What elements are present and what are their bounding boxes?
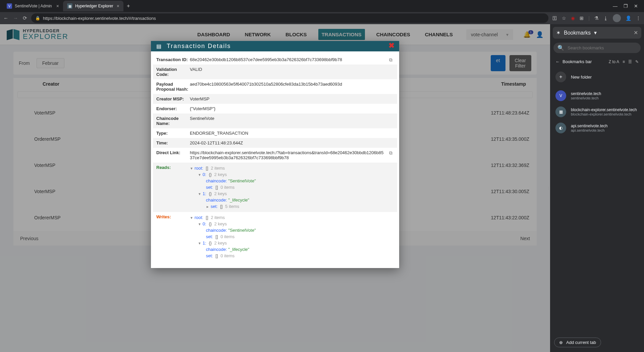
label-payload: Payload Proposal Hash: [156, 82, 190, 92]
tab-bar: V SentinelVote | Admin × ▦ Hyperledger E… [0, 0, 644, 12]
tree-toggle[interactable]: ► [206, 205, 209, 209]
bookmarks-panel: ✶ Bookmarks ▾ ✕ 🔍 ← Bookmarks bar Z to A… [550, 24, 644, 352]
star-icon[interactable]: ☆ [562, 15, 566, 21]
key-icon[interactable]: ⚿ [552, 15, 557, 21]
add-current-tab-button[interactable]: ⊕ Add current tab [554, 338, 601, 347]
url-bar-row: ← → ⟳ 🔒 https://blockchain-explorer.sent… [0, 12, 644, 24]
favicon-icon: V [7, 3, 12, 9]
tree-toggle[interactable]: ▼ [198, 192, 201, 196]
label-time: Time: [156, 140, 190, 145]
browser-tab-0[interactable]: V SentinelVote | Admin × [3, 1, 63, 11]
tree-toggle[interactable]: ▼ [198, 241, 201, 245]
bookmarks-icon: ✶ [556, 30, 560, 36]
bookmark-favicon-icon: ◐ [555, 123, 566, 133]
plus-circle-icon: ⊕ [559, 340, 563, 345]
bookmark-item[interactable]: ▦blockchain-explorer.sentinelvote.techbl… [553, 104, 641, 120]
value-creator: VoterMSP [190, 96, 394, 101]
close-modal-button[interactable]: ✖ [388, 41, 395, 50]
label-chaincode: Chaincode Name: [156, 116, 190, 126]
label-creator: Creator MSP: [156, 96, 190, 101]
label-endorser: Endorser: [156, 106, 190, 111]
back-icon[interactable]: ← [3, 15, 8, 21]
bookmark-search-input[interactable] [568, 45, 637, 50]
favicon-icon: ▦ [67, 3, 72, 9]
bookmark-favicon-icon: V [555, 90, 566, 101]
tree-toggle[interactable]: ▼ [190, 167, 193, 170]
bookmark-search[interactable]: 🔍 [553, 43, 641, 53]
search-icon: 🔍 [557, 45, 564, 51]
modal-title: Transaction Details [167, 43, 231, 50]
labs-icon[interactable]: ⚗ [594, 15, 599, 21]
modal-header: ▤ Transaction Details ✖ [151, 41, 399, 51]
tree-toggle[interactable]: ▼ [198, 173, 201, 177]
new-tab-button[interactable]: + [123, 3, 133, 9]
bookmarks-bar-label: Bookmarks bar [562, 59, 592, 64]
sep: | [588, 15, 590, 21]
copy-icon[interactable]: ⧉ [389, 57, 392, 63]
new-folder-label: New folder [571, 75, 592, 80]
value-valid: VALID [190, 67, 394, 77]
close-icon[interactable]: × [56, 3, 59, 9]
writes-label: Writes: [156, 214, 190, 259]
value-chaincode: SentinelVote [190, 116, 394, 126]
transaction-details-modal: ▤ Transaction Details ✖ Transaction ID: … [151, 41, 399, 268]
new-folder-button[interactable]: + [555, 72, 566, 82]
edit-icon[interactable]: ✎ [635, 59, 639, 64]
tab-title: SentinelVote | Admin [15, 4, 52, 8]
bookmark-item[interactable]: Vsentinelvote.techsentinelvote.tech [553, 88, 641, 104]
tab-title: Hyperledger Explorer [75, 4, 113, 8]
forward-icon[interactable]: → [13, 15, 18, 21]
filter-icon[interactable]: ≡ [623, 59, 625, 64]
maximize-icon[interactable]: ❐ [624, 3, 628, 9]
tree-toggle[interactable]: ▼ [190, 216, 193, 220]
profile-icon[interactable]: 👤 [626, 15, 631, 21]
value-txid: 68e20462e30bbdb1206b8537ce7dee5995eb3b3a… [190, 57, 342, 62]
sort-label[interactable]: Z to A [609, 59, 619, 64]
label-txid: Transaction ID: [156, 57, 190, 62]
close-icon[interactable]: × [117, 3, 119, 9]
bookmarks-title: Bookmarks [564, 30, 591, 36]
menu-icon[interactable]: ⋮ [636, 15, 641, 21]
value-payload: aed70be4c10800563e5f640071b302510a52806c… [190, 82, 394, 92]
label-valid: Validation Code: [156, 67, 190, 77]
label-type: Type: [156, 131, 190, 136]
chevron-down-icon[interactable]: ▾ [594, 30, 597, 36]
extensions-icon[interactable]: ⊞ [580, 15, 584, 21]
close-window-icon[interactable]: ✕ [634, 3, 638, 9]
bookmark-favicon-icon: ▦ [555, 106, 566, 117]
value-endorser: {"VoterMSP"} [190, 106, 394, 111]
reads-label: Reads: [156, 165, 190, 210]
address-bar[interactable]: 🔒 https://blockchain-explorer.sentinelvo… [31, 13, 548, 23]
reading-list-icon[interactable] [613, 14, 621, 22]
bookmark-item[interactable]: ◐api.sentinelvote.techapi.sentinelvote.t… [553, 120, 641, 136]
close-panel-icon[interactable]: ✕ [634, 30, 638, 36]
download-icon[interactable]: ⭳ [603, 15, 608, 21]
lock-icon: 🔒 [35, 16, 40, 20]
window-controls: — ❐ ✕ [613, 3, 641, 9]
list-view-icon[interactable]: ☰ [628, 59, 632, 64]
value-time: 2024-02-12T11:48:23.644Z [190, 140, 394, 145]
value-direct: https://blockchain-explorer.sentinelvote… [190, 150, 383, 160]
value-type: ENDORSER_TRANSACTION [190, 131, 394, 136]
label-direct: Direct Link: [156, 150, 190, 160]
ublock-icon[interactable]: ◉ [571, 15, 575, 21]
reload-icon[interactable]: ⟳ [23, 15, 27, 21]
copy-icon[interactable]: ⧉ [389, 150, 392, 156]
url-text: https://blockchain-explorer.sentinelvote… [43, 16, 156, 21]
panel-resize-handle[interactable]: ⋮ [547, 181, 550, 195]
minimize-icon[interactable]: — [613, 3, 618, 9]
back-icon[interactable]: ← [555, 59, 560, 64]
browser-tab-1[interactable]: ▦ Hyperledger Explorer × [63, 1, 123, 11]
list-icon: ▤ [156, 43, 162, 49]
tree-toggle[interactable]: ▼ [198, 222, 201, 226]
